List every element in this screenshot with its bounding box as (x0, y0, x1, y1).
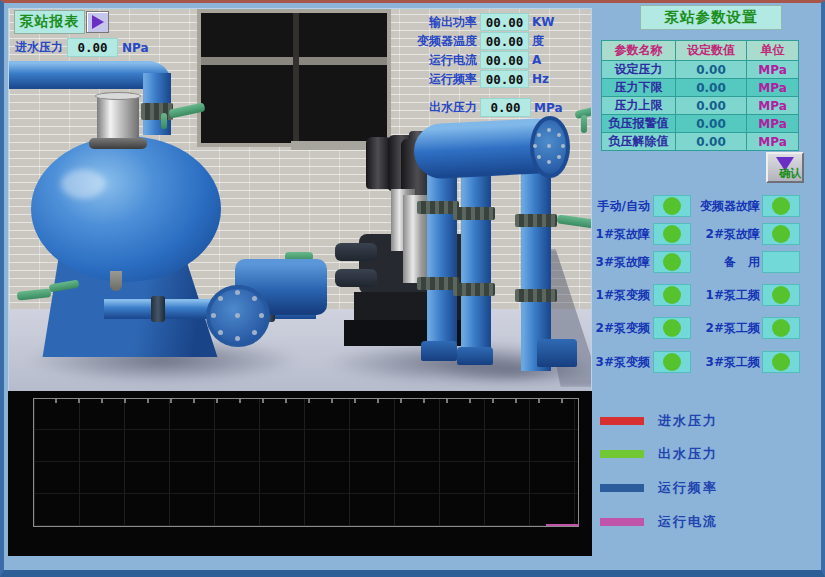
status-indicator-pump2-fault (762, 223, 800, 245)
run-current-value: 00.00 (480, 51, 529, 69)
run-current-readout: 运行电流 00.00 A (393, 51, 566, 69)
riser-pipe (427, 154, 457, 359)
riser-pipe (461, 161, 491, 361)
status-indicator-pump3-mains (762, 351, 800, 373)
table-row: 压力下限 0.00 MPa (602, 79, 799, 97)
col-header-name: 参数名称 (602, 41, 676, 61)
status-indicator-pump3-vfd (653, 351, 691, 373)
run-frequency-value: 00.00 (480, 70, 529, 88)
setpoint-value[interactable]: 0.00 (676, 97, 747, 115)
status-label-vfd-fault: 变频器故障 (692, 195, 760, 217)
status-label-pump1-fault: 1#泵故障 (584, 223, 650, 245)
status-label-pump2-vfd: 2#泵变频 (584, 317, 650, 339)
status-indicator-manual-auto (653, 195, 691, 217)
output-power-value: 00.00 (480, 13, 529, 31)
legend-swatch-inlet-pressure (600, 417, 644, 425)
pressure-tank (31, 136, 221, 282)
status-indicator-pump2-mains (762, 317, 800, 339)
status-label-pump3-fault: 3#泵故障 (584, 251, 650, 273)
output-power-readout: 输出功率 00.00 KW (393, 13, 566, 31)
col-header-value: 设定数值 (676, 41, 747, 61)
status-label-pump3-vfd: 3#泵变频 (584, 351, 650, 373)
status-indicator-pump1-vfd (653, 284, 691, 306)
status-indicator-vfd-fault (762, 195, 800, 217)
table-row: 负压报警值 0.00 MPa (602, 115, 799, 133)
report-nav-button[interactable] (86, 11, 109, 33)
hmi-window: 泵站报表 进水压力 0.00 NPa 输出功率 00.00 KW 变频器温度 0… (0, 0, 825, 577)
legend-label-run-current: 运行电流 (658, 514, 718, 530)
status-label-pump1-mains: 1#泵工频 (692, 284, 760, 306)
trend-plot-area (33, 398, 579, 527)
table-row: 负压解除值 0.00 MPa (602, 133, 799, 151)
inverter-temp-readout: 变频器温度 00.00 度 (393, 32, 566, 50)
setpoint-value[interactable]: 0.00 (676, 61, 747, 79)
legend-swatch-outlet-pressure (600, 450, 644, 458)
play-icon (92, 15, 104, 29)
status-indicator-pump1-mains (762, 284, 800, 306)
setpoint-value[interactable]: 0.00 (676, 115, 747, 133)
status-label-pump3-mains: 3#泵工频 (692, 351, 760, 373)
settings-title: 泵站参数设置 (640, 5, 782, 30)
table-header-row: 参数名称 设定数值 单位 (602, 41, 799, 61)
factory-window (197, 9, 391, 147)
report-button[interactable]: 泵站报表 (14, 10, 85, 34)
inlet-pressure-unit: NPa (122, 41, 149, 55)
confirm-button[interactable]: 确认 (766, 152, 804, 183)
legend-label-run-frequency: 运行频率 (658, 480, 718, 496)
table-row: 压力上限 0.00 MPa (602, 97, 799, 115)
legend-swatch-run-current (600, 518, 644, 526)
legend-swatch-run-frequency (600, 484, 644, 492)
status-indicator-spare (762, 251, 800, 273)
parameter-panel: 泵站参数设置 参数名称 设定数值 单位 设定压力 0.00 MPa 压力下限 0… (592, 3, 821, 570)
inlet-pressure-label: 进水压力 (15, 39, 63, 56)
status-label-pump2-fault: 2#泵故障 (692, 223, 760, 245)
outlet-pressure-readout: 出水压力 0.00 MPa (393, 98, 568, 117)
setpoint-value[interactable]: 0.00 (676, 79, 747, 97)
inlet-pressure-value: 0.00 (67, 38, 118, 57)
status-label-pump2-mains: 2#泵工频 (692, 317, 760, 339)
status-label-pump1-vfd: 1#泵变频 (584, 284, 650, 306)
legend-label-inlet-pressure: 进水压力 (658, 413, 718, 429)
status-indicator-pump1-fault (653, 223, 691, 245)
setpoint-value[interactable]: 0.00 (676, 133, 747, 151)
inlet-pressure-readout: 进水压力 0.00 NPa (15, 38, 149, 57)
status-label-spare: 备 用 (692, 251, 760, 273)
col-header-unit: 单位 (747, 41, 799, 61)
pump-station-3d-view: 泵站报表 进水压力 0.00 NPa 输出功率 00.00 KW 变频器温度 0… (8, 8, 592, 392)
table-row: 设定压力 0.00 MPa (602, 61, 799, 79)
run-frequency-readout: 运行频率 00.00 Hz (393, 70, 566, 88)
status-label-manual-auto: 手动/自动 (584, 195, 650, 217)
x-axis-ticks (34, 399, 578, 403)
parameter-table: 参数名称 设定数值 单位 设定压力 0.00 MPa 压力下限 0.00 MPa… (601, 40, 799, 151)
tank-chrome-stack (97, 95, 139, 143)
status-indicator-pump3-fault (653, 251, 691, 273)
inverter-temp-value: 00.00 (480, 32, 529, 50)
trend-chart (8, 391, 593, 556)
legend-label-outlet-pressure: 出水压力 (658, 446, 718, 462)
outlet-pressure-value: 0.00 (480, 98, 531, 117)
status-indicator-pump2-vfd (653, 317, 691, 339)
run-current-trace (546, 524, 579, 526)
